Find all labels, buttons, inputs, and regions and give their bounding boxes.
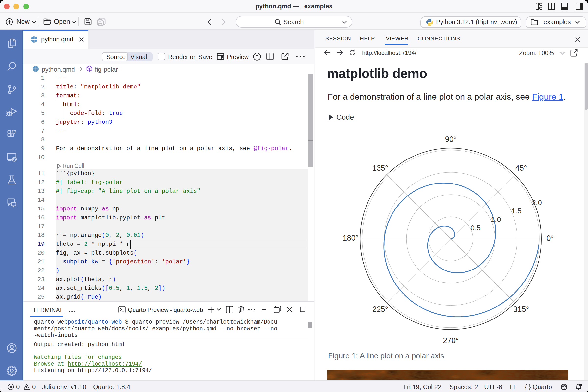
- svg-text:0°: 0°: [546, 234, 554, 242]
- svg-text:2.0: 2.0: [532, 198, 542, 206]
- svg-text:1.0: 1.0: [491, 215, 501, 224]
- svg-text:180°: 180°: [343, 234, 358, 242]
- svg-text:1.5: 1.5: [511, 207, 522, 215]
- svg-text:270°: 270°: [443, 336, 459, 345]
- svg-text:90°: 90°: [445, 135, 457, 144]
- svg-text:0.5: 0.5: [470, 224, 481, 232]
- svg-text:135°: 135°: [372, 164, 388, 172]
- svg-text:45°: 45°: [516, 164, 527, 172]
- svg-text:225°: 225°: [372, 305, 388, 314]
- svg-text:315°: 315°: [513, 305, 529, 314]
